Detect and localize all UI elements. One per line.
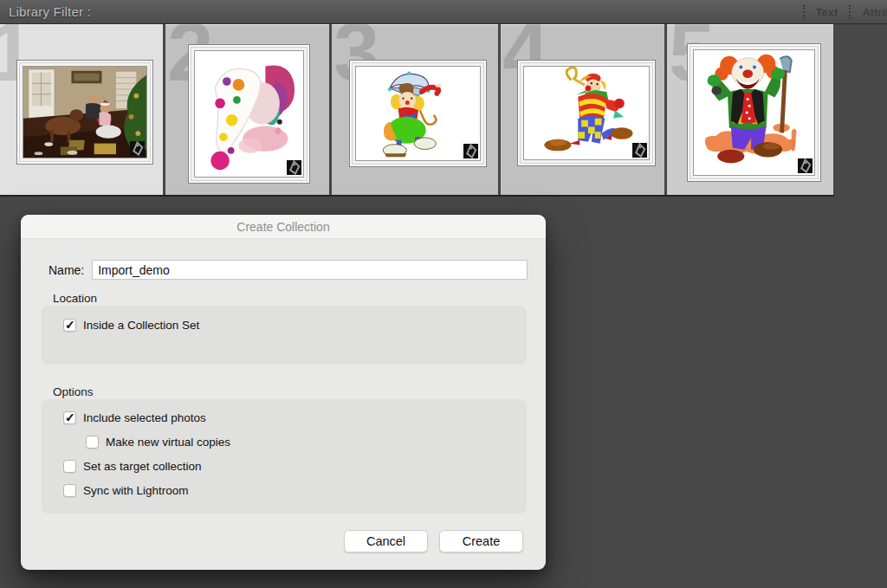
photo-cell-2[interactable]: 2: [165, 24, 332, 195]
checkbox-label: Make new virtual copies: [106, 436, 230, 449]
lightroom-window: Library Filter : Text Attribu 1: [0, 0, 887, 588]
location-group: ✓ Inside a Collection Set a Tagger Biz: [42, 306, 527, 365]
filter-mode-attribute[interactable]: Attribu: [862, 6, 887, 19]
checkbox-label: Inside a Collection Set: [83, 319, 199, 332]
keyword-badge-icon[interactable]: [130, 141, 145, 156]
inside-collection-set-row[interactable]: ✓ Inside a Collection Set: [63, 318, 527, 332]
sync-with-lightroom-checkbox[interactable]: ✓: [63, 484, 76, 497]
photo-grid-row: 1: [0, 24, 834, 197]
options-heading: Options: [53, 385, 94, 398]
photo-thumbnail-clown-cane[interactable]: [693, 49, 815, 176]
location-heading: Location: [53, 292, 97, 305]
dialog-title: Create Collection: [236, 220, 329, 234]
photo-frame: [687, 43, 821, 182]
cancel-button[interactable]: Cancel: [344, 530, 428, 552]
create-collection-dialog: Create Collection Name: Location ✓ Insid…: [21, 215, 546, 570]
set-as-target-collection-checkbox[interactable]: ✓: [63, 460, 76, 473]
photo-frame: [16, 60, 153, 165]
photo-cell-1-selected[interactable]: 1: [0, 24, 165, 195]
checkbox-label: Include selected photos: [83, 411, 206, 424]
divider: [803, 5, 805, 19]
include-selected-photos-checkbox[interactable]: ✓: [63, 411, 76, 424]
checkbox-label: Sync with Lightroom: [83, 484, 189, 497]
name-row: Name:: [49, 260, 528, 280]
library-filter-bar: Library Filter : Text Attribu: [0, 0, 887, 24]
sync-with-lightroom-row[interactable]: ✓ Sync with Lightroom: [63, 483, 527, 497]
divider: [849, 5, 851, 19]
photo-frame: [349, 60, 487, 167]
photo-thumbnail-clown-umbrella[interactable]: [355, 66, 481, 161]
collection-name-input[interactable]: [92, 260, 528, 280]
photo-thumbnail-clown-walking[interactable]: [523, 66, 650, 160]
photo-thumbnail-clown-hat[interactable]: [194, 50, 304, 178]
set-as-target-collection-row[interactable]: ✓ Set as target collection: [63, 459, 527, 473]
photo-thumbnail-christmas-family[interactable]: [23, 66, 147, 158]
photo-cell-3[interactable]: 3: [332, 24, 501, 195]
dialog-buttons: Cancel Create: [344, 530, 523, 552]
photo-cell-4[interactable]: 4: [501, 24, 667, 195]
filter-mode-text[interactable]: Text: [816, 6, 838, 19]
keyword-badge-icon[interactable]: [463, 144, 478, 158]
photo-cell-5-selected[interactable]: 5: [667, 24, 833, 195]
options-group: ✓ Include selected photos ✓ Make new vir…: [42, 399, 527, 514]
checkbox-label: Set as target collection: [83, 460, 202, 473]
name-label: Name:: [49, 263, 84, 277]
inside-collection-set-checkbox[interactable]: ✓: [63, 319, 76, 332]
library-filter-label: Library Filter :: [0, 4, 91, 19]
keyword-badge-icon[interactable]: [632, 143, 647, 158]
keyword-badge-icon[interactable]: [798, 158, 813, 173]
make-new-virtual-copies-checkbox[interactable]: ✓: [86, 436, 99, 449]
photo-frame: [517, 60, 656, 166]
keyword-badge-icon[interactable]: [287, 160, 301, 175]
photo-frame: [188, 44, 310, 184]
filter-modes: Text Attribu: [792, 0, 887, 24]
make-new-virtual-copies-row[interactable]: ✓ Make new virtual copies: [86, 435, 527, 449]
include-selected-photos-row[interactable]: ✓ Include selected photos: [63, 410, 527, 424]
dialog-titlebar: Create Collection: [21, 215, 546, 239]
create-button[interactable]: Create: [439, 530, 523, 552]
